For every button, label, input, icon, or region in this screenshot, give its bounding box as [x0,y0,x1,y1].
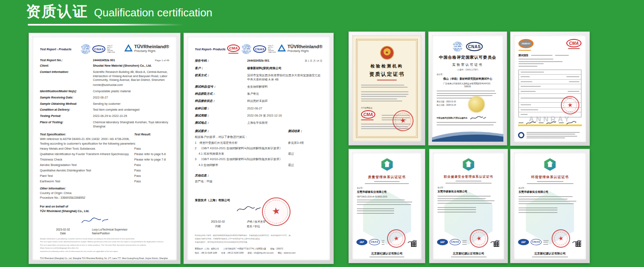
field-row: 样品接收状态：样品完好未损坏 [195,99,322,103]
registration-number: （注册号：CNAS L17387） [437,69,499,71]
cma-icon: CMA [566,39,581,47]
prove-label: 兹证明： [437,73,499,75]
other-info-label: Other Information: [40,187,169,190]
text-line [462,242,466,243]
sign-name-label: 姓名 / 职位 [241,225,322,228]
ilac-mra-label: ILAC-MRA [81,48,91,50]
field-row: 测试周期：2022-06-29 至 2022-12-16 [195,114,322,118]
table-row [519,70,581,75]
text-line [521,104,531,105]
report-no-value: 244433452a 001 [93,59,115,62]
cnas-accreditation-text: 中国认可 国际互认 检测 TESTING CNAS L3536 [268,45,276,54]
spec-intro: With reference to ASTM D6400-21 /EN 1343… [40,137,169,140]
certificate-environmental-management: 环境管理体系认证证书 兹证明： 东莞市硕泰实业有限公司 IAF CNAS 北京新… [510,149,590,263]
text-line [361,96,406,97]
spec-result-header: 测试要求： 测试结果： [195,129,322,133]
field-row: Contact Information:Scientific Research … [40,70,169,87]
issuer-subline [532,257,568,257]
ilac-mra-icon: ILAC-MRA [81,44,91,54]
field-row: 样品获取方式：客户寄送 [195,92,322,96]
cnas-icon: CNAS [450,239,461,245]
accreditation-logos: CMA ILAC-MRA CNAS 中国认可 国际互认 检测 TESTING C… [227,44,276,54]
certification-body-hexagon-logo [544,158,556,171]
cma-certificate-paper: 检验检测机构 资质认定证书 许可使用标志 CMA [352,35,421,142]
report-header: ANNRAY CMA [518,39,581,51]
tuv-tagline: Precisely Right. [288,49,322,53]
issuer-name: 北京新纪源认证有限公司 [514,251,586,256]
disclaimer: 样品信息由客户提供。测试结果根据所做测试的种类和范围而得出。本测试报告仅对来样负… [195,234,322,244]
other-info-line: Procedure No.: 3366935&3368552 [40,196,169,199]
sign-date: 2023-02-02 [195,220,241,224]
gold-foil-seal [469,96,484,112]
sign-date-label: 日期 [195,225,241,228]
text-line [527,183,573,184]
text-line [361,85,404,86]
certificate-holder: 佛山（华南）新材料研究院材料测试中心 [437,77,499,81]
text-line [531,55,552,56]
sign-name-label: Name/Position [86,232,169,235]
yellow-highlight-bar [518,124,582,126]
cnas-icon: CNAS [92,45,105,53]
issuer-company: 莱茵技术（上海）有限公司 [195,198,322,202]
text-line [437,124,494,125]
spec-result-header: Test Specification: Test Result: [40,133,169,136]
brand-subline [518,50,531,51]
test-row: Quantitative Aerobic Disintegration Test… [40,168,169,172]
signature-area [195,205,322,219]
iaf-icon: IAF [518,239,529,245]
report-header: Test Report- Products CMA ILAC-MRA CNAS … [195,41,322,54]
certificate-ohs-management: 职业健康安全管理体系认证证书 兹证明： 东莞市硕泰实业有限公司 IAF CNAS… [429,149,508,263]
report-no-label: 报告号码： [195,59,247,63]
annray-logo-block: ANNRAY [518,39,534,51]
blue-round-logo [518,132,524,138]
text-line [361,99,397,99]
certificate-tuv-english-report: Test Report - Products ILAC-MRA CNAS 中国认… [29,33,181,264]
blue-ribbon-decoration [432,129,503,142]
handwritten-signature [469,115,486,121]
test-row: 1 傅里叶变换红外光谱定性分析参见第3-4页 [195,141,322,145]
tuv-logo-text: TÜVRheinland® Precisely Right. [134,44,169,53]
cert-title-line2: 资质认定证书 [361,71,413,78]
test-row: 2 《GB/T 41010-2021 生物降解塑料与制品降解性能及标识要求》 [195,146,322,150]
cma-number-line [361,119,374,120]
disclaimer: Sample information is provided by custom… [40,238,169,253]
spec-intro: Testing according to customer's specific… [40,142,169,145]
annray-watermark: ANNRAY [514,115,586,124]
accreditation-body-name: 中国合格评定国家认可委员会 [437,55,499,60]
certification-body-hexagon-logo [381,158,393,171]
text-line [555,55,569,56]
behalf-block: For and on behalf of TÜV Rheinland (Shan… [40,204,169,213]
behalf-block: 莱茵技术（上海）有限公司 [195,198,322,202]
text-line [526,134,575,135]
report-no-value: 244433452b 001 [247,59,270,62]
cnas-accreditation-text: 中国认可 国际互认 检测 TESTING CNAS L3536 [107,45,115,54]
cert-number-line [374,181,399,182]
certificate-quality-management: 质量管理体系认证证书 兹证明： 东莞市硕泰实业有限公司 GB/T19001-20… [348,149,425,263]
accreditation-mini-text [462,239,468,245]
text-line [518,61,563,62]
field-row: Condition at Delivery:Test item complete… [40,108,169,112]
cert-logos: ILAC-MRA CNAS [437,41,499,52]
field-row: Sample Receiving Date:2022-06-27 [40,96,169,100]
text-line [365,183,409,184]
ilac-mra-label: ILAC-MRA [453,45,463,48]
cert-bottom-area: 许可使用标志 CMA [361,107,413,120]
report-footer: 莱茵技术（上海）有限公司 上海市静安区广中西路777弄177号上海莱茵大厦 邮编… [195,247,322,254]
text-line [361,87,408,88]
certificate-holder: 东莞市硕泰实业有限公司 [518,190,581,194]
report-number-row: Test Report No.: 244433452a 001 Page 1 o… [40,59,169,62]
expiry-date: 截止日期：2028-11-14 [437,104,499,106]
text-line [518,59,553,60]
ilac-mra-icon: ILAC-MRA [241,44,251,54]
field-row: 测试地点：上海化学实验室 [195,121,322,125]
footer-address: TÜV Rheinland (Shanghai) Co., Ltd. Shang… [40,257,169,260]
qr-code [411,241,416,247]
text-line [569,81,579,82]
field-row: Client:Shuotai New Material (Shenzhen) C… [40,64,169,68]
issuer-subline [369,257,404,257]
test-row: Thickness CheckPlease refer to page 7-8 [40,158,169,161]
cnas-certificate-paper: ILAC-MRA CNAS 中国合格评定国家认可委员会 实验室认可证书 （注册号… [432,35,503,142]
field-row: Sample Obtaining Method:Sending by custo… [40,102,169,106]
license-mark-block: 许可使用标志 CMA [361,107,375,120]
tuv-rheinland-logo: TÜVRheinland® Precisely Right. [277,44,322,53]
